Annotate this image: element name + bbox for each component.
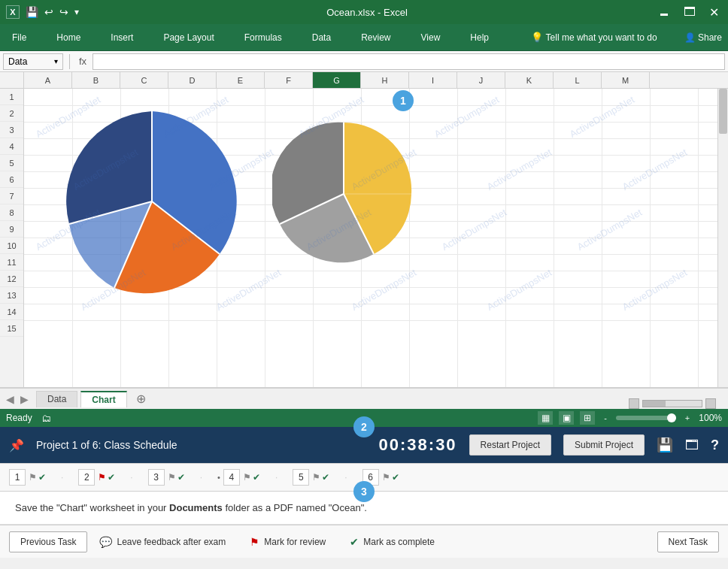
window-project-icon[interactable]: 🗔 [685, 437, 699, 453]
customize-icon[interactable]: ▾ [74, 7, 79, 17]
page-layout-view-btn[interactable]: ▣ [559, 411, 574, 425]
scroll-right-btn[interactable] [705, 398, 716, 409]
scroll-sheets-right[interactable]: ▶ [20, 393, 29, 405]
complete-button[interactable]: ✔ Mark as complete [338, 536, 447, 548]
step-num-1: 1 [9, 469, 26, 486]
vertical-scrollbar[interactable] [717, 89, 728, 387]
step-icons-3: ⚑ ✔ [168, 472, 185, 483]
row-5[interactable]: 5 [0, 155, 23, 171]
restart-project-button[interactable]: Restart Project [469, 434, 551, 456]
feedback-button[interactable]: 💬 Leave feedback after exam [87, 536, 238, 548]
col-header-j[interactable]: J [457, 72, 505, 88]
task-step-2[interactable]: 2 ⚑ ✔ [78, 469, 115, 486]
zoom-minus[interactable]: - [604, 413, 607, 422]
col-header-m[interactable]: M [602, 72, 650, 88]
task-step-3[interactable]: 3 ⚑ ✔ [148, 469, 185, 486]
pie-chart-2[interactable] [272, 119, 415, 269]
step-divider-5: · [344, 472, 347, 483]
row-1[interactable]: 1 [0, 89, 23, 105]
col-header-k[interactable]: K [505, 72, 554, 88]
tab-formulas[interactable]: Formulas [238, 28, 288, 47]
tab-file[interactable]: File [6, 28, 32, 47]
spreadsheet-area: A B C D E F G H I J K L M 1 2 3 4 5 6 7 … [0, 72, 728, 388]
task-step-1[interactable]: 1 ⚑ ✔ [9, 469, 46, 486]
minimize-button[interactable]: 🗕 [655, 5, 673, 19]
normal-view-btn[interactable]: ▦ [538, 411, 553, 425]
row-2[interactable]: 2 [0, 105, 23, 122]
col-header-a[interactable]: A [24, 72, 72, 88]
feedback-icon: 💬 [99, 536, 112, 548]
horizontal-scrollbar[interactable] [642, 400, 702, 407]
row-12[interactable]: 12 [0, 271, 23, 287]
row-13[interactable]: 13 [0, 287, 23, 304]
col-header-d[interactable]: D [168, 72, 217, 88]
col-header-i[interactable]: I [409, 72, 457, 88]
maximize-button[interactable]: 🗖 [681, 5, 699, 19]
search-tell-me[interactable]: Tell me what you want to do [546, 32, 657, 43]
undo-icon[interactable]: ↩ [44, 6, 53, 18]
col-header-f[interactable]: F [265, 72, 313, 88]
row-8[interactable]: 8 [0, 204, 23, 221]
page-break-view-btn[interactable]: ⊞ [580, 411, 595, 425]
zoom-level: 100% [699, 413, 722, 423]
previous-task-button[interactable]: Previous Task [9, 531, 87, 552]
tab-home[interactable]: Home [50, 28, 86, 47]
grid-cells[interactable]: 1 ActiveDumpsNet ActiveDumpsNet ActiveDu… [24, 89, 728, 387]
row-11[interactable]: 11 [0, 254, 23, 271]
review-button[interactable]: ⚑ Mark for review [238, 536, 338, 548]
row-9[interactable]: 9 [0, 221, 23, 238]
redo-icon[interactable]: ↪ [59, 6, 68, 18]
h-scrollbar-thumb[interactable] [643, 401, 666, 407]
task-desc-text: Save the "Chart" worksheet in your Docum… [15, 502, 367, 513]
tab-data[interactable]: Data [306, 28, 337, 47]
status-bar-right: ▦ ▣ ⊞ - + 100% [538, 411, 722, 425]
fx-icon[interactable]: fx [76, 56, 89, 67]
next-task-button[interactable]: Next Task [657, 531, 719, 552]
row-6[interactable]: 6 [0, 171, 23, 188]
task-step-5[interactable]: 5 ⚑ ✔ [293, 469, 329, 486]
row-14[interactable]: 14 [0, 304, 23, 320]
col-header-l[interactable]: L [554, 72, 602, 88]
bottom-toolbar: Previous Task 💬 Leave feedback after exa… [0, 525, 728, 558]
col-header-h[interactable]: H [361, 72, 409, 88]
close-button[interactable]: ✕ [706, 5, 722, 20]
col-header-e[interactable]: E [217, 72, 265, 88]
row-3[interactable]: 3 [0, 122, 23, 138]
flag-icon-6: ⚑ [382, 472, 390, 483]
name-box[interactable]: Data ▾ [3, 53, 63, 70]
ribbon-search[interactable]: 💡 Tell me what you want to do [531, 32, 657, 43]
step-badge-1: 1 [393, 90, 414, 111]
save-project-icon[interactable]: 💾 [657, 437, 673, 453]
row-4[interactable]: 4 [0, 138, 23, 155]
tab-help[interactable]: Help [464, 28, 495, 47]
scroll-sheets-left[interactable]: ◀ [6, 393, 14, 405]
share-button[interactable]: 👤 Share [684, 32, 722, 43]
tab-insert[interactable]: Insert [105, 28, 139, 47]
col-header-b[interactable]: B [72, 72, 120, 88]
zoom-thumb[interactable] [667, 413, 676, 422]
help-project-icon[interactable]: ? [711, 437, 719, 453]
formula-input[interactable] [93, 53, 725, 70]
sheet-tab-data[interactable]: Data [36, 391, 77, 407]
tab-page-layout[interactable]: Page Layout [157, 28, 220, 47]
badge-container-3: 3 [353, 481, 375, 502]
row-10[interactable]: 10 [0, 238, 23, 254]
task-step-4[interactable]: • 4 ⚑ ✔ [217, 469, 260, 486]
col-header-c[interactable]: C [120, 72, 168, 88]
add-sheet-button[interactable]: ⊕ [133, 391, 150, 407]
sheet-tab-chart[interactable]: Chart [80, 391, 126, 407]
scroll-left-btn[interactable] [629, 398, 639, 409]
tab-view[interactable]: View [415, 28, 447, 47]
scrollbar-thumb[interactable] [719, 89, 727, 134]
submit-project-button[interactable]: Submit Project [563, 434, 645, 456]
tab-review[interactable]: Review [355, 28, 396, 47]
zoom-slider[interactable] [616, 416, 676, 420]
row-15[interactable]: 15 [0, 320, 23, 337]
quick-save-icon[interactable]: 💾 [26, 6, 38, 18]
title-bar: X 💾 ↩ ↪ ▾ Ocean.xlsx - Excel 🗕 🗖 ✕ [0, 0, 728, 24]
row-7[interactable]: 7 [0, 188, 23, 204]
zoom-plus[interactable]: + [685, 413, 690, 422]
col-header-g[interactable]: G [313, 72, 361, 88]
pie-chart-1[interactable] [54, 104, 250, 299]
step-num-5: 5 [293, 469, 309, 486]
